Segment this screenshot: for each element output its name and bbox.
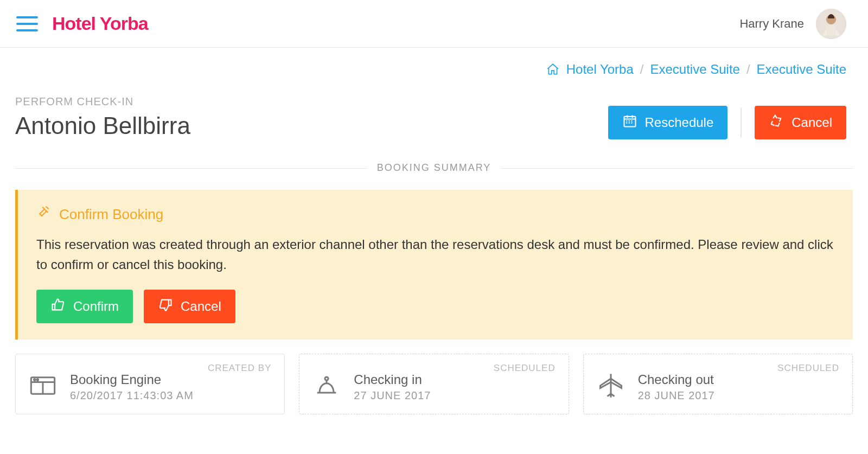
breadcrumb-mid[interactable]: Executive Suite [650,62,739,77]
window-icon [29,372,57,402]
calendar-icon [622,113,637,132]
reschedule-button[interactable]: Reschedule [608,106,728,139]
topbar-left: Hotel Yorba [16,13,148,34]
cancel-label: Cancel [792,115,832,130]
alert-title: Confirm Booking [59,206,163,223]
action-divider [741,108,742,137]
breadcrumb: Hotel Yorba / Executive Suite / Executiv… [0,48,868,77]
avatar[interactable] [816,9,846,39]
breadcrumb-separator: / [746,62,750,77]
card-sub: 28 JUNE 2017 [638,389,715,402]
confirm-button[interactable]: Confirm [36,290,133,323]
cancel-booking-button[interactable]: Cancel [755,106,846,139]
breadcrumb-home[interactable]: Hotel Yorba [566,62,634,77]
svg-point-6 [37,379,39,381]
alert-cancel-button[interactable]: Cancel [144,290,235,323]
breadcrumb-last[interactable]: Executive Suite [757,62,846,77]
title-row: PERFORM CHECK-IN Antonio Bellbirra Resch… [0,77,868,145]
gavel-icon [36,205,53,223]
confirm-label: Confirm [73,299,119,314]
svg-rect-2 [827,25,835,36]
section-divider: BOOKING SUMMARY [15,162,853,174]
airplane-icon [597,372,625,402]
brand-logo[interactable]: Hotel Yorba [52,13,148,34]
card-sub: 6/20/2017 11:43:03 AM [70,389,194,402]
checkin-card: SCHEDULED Checking in 27 JUNE 2017 [299,354,569,414]
created-by-card: CREATED BY Booking Engine 6/20/2017 11:4… [15,354,285,414]
home-icon [546,62,560,76]
card-tag: SCHEDULED [494,363,556,374]
breadcrumb-separator: / [640,62,644,77]
card-sub: 27 JUNE 2017 [354,389,431,402]
confirm-booking-alert: Confirm Booking This reservation was cre… [15,190,853,340]
guest-name: Antonio Bellbirra [15,112,190,139]
svg-point-5 [34,379,36,381]
bell-icon [312,372,341,402]
card-title: Booking Engine [70,372,194,387]
svg-rect-3 [624,117,635,127]
alert-head: Confirm Booking [36,205,834,223]
topbar: Hotel Yorba Harry Krane [0,0,868,48]
current-user-name: Harry Krane [739,17,804,31]
section-label: BOOKING SUMMARY [367,162,501,173]
alert-cancel-label: Cancel [181,299,221,314]
page-kicker: PERFORM CHECK-IN [15,95,190,108]
thumbs-down-icon [158,297,173,316]
card-title: Checking out [638,372,715,387]
title-actions: Reschedule Cancel [608,106,846,139]
alert-body: This reservation was created through an … [36,234,834,274]
recycle-icon [769,113,784,132]
alert-actions: Confirm Cancel [36,290,834,323]
svg-point-7 [325,377,328,380]
card-title: Checking in [354,372,431,387]
summary-cards: CREATED BY Booking Engine 6/20/2017 11:4… [0,354,868,431]
topbar-right: Harry Krane [739,9,846,39]
card-tag: CREATED BY [208,363,271,374]
menu-icon[interactable] [16,16,38,31]
checkout-card: SCHEDULED Checking out 28 JUNE 2017 [583,354,853,414]
title-block: PERFORM CHECK-IN Antonio Bellbirra [15,95,190,139]
reschedule-label: Reschedule [645,115,714,130]
card-tag: SCHEDULED [777,363,839,374]
thumbs-up-icon [50,297,66,316]
